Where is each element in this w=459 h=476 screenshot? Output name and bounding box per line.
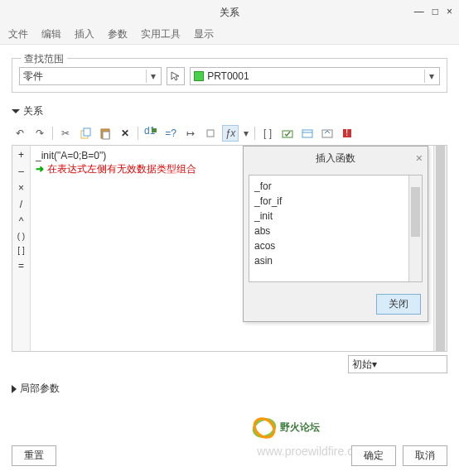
validate-icon[interactable] <box>279 125 296 142</box>
list-item[interactable]: asin <box>254 253 417 268</box>
svg-rect-8 <box>302 130 312 137</box>
scope-type-value: 零件 <box>23 70 43 84</box>
svg-text:!: ! <box>345 127 348 138</box>
popup-close-button[interactable]: 关闭 <box>376 294 421 315</box>
init-value: 初始 <box>352 358 372 372</box>
undo-icon[interactable]: ↶ <box>12 125 28 142</box>
op-div[interactable]: / <box>20 199 22 210</box>
reset-button[interactable]: 重置 <box>12 445 56 466</box>
svg-rect-5 <box>152 128 157 132</box>
footer: 重置 确定 取消 <box>12 445 447 466</box>
localparams-header[interactable]: 局部参数 <box>12 382 447 396</box>
relations-header[interactable]: 关系 <box>12 104 447 118</box>
fx-button[interactable]: ƒx <box>222 125 239 142</box>
op-mult[interactable]: × <box>18 182 24 194</box>
maximize-button[interactable]: □ <box>432 6 438 17</box>
editor-scrollbar[interactable] <box>433 146 447 351</box>
info-icon[interactable]: =? <box>162 125 179 142</box>
dims-icon[interactable]: d1 <box>143 125 159 142</box>
copy-icon[interactable] <box>77 125 94 142</box>
popup-title: 插入函数 <box>316 151 355 166</box>
operator-gutter: + – × / ^ ( ) [ ] = <box>12 146 31 351</box>
bracket-icon[interactable] <box>202 125 219 142</box>
svg-point-14 <box>251 415 278 441</box>
cut-icon[interactable]: ✂ <box>57 125 74 142</box>
cancel-button[interactable]: 取消 <box>403 445 447 466</box>
chevron-down-icon: ▾ <box>372 358 377 370</box>
svg-rect-1 <box>84 128 90 136</box>
svg-text:野火论坛: 野火论坛 <box>280 421 320 433</box>
ok-button[interactable]: 确定 <box>351 445 396 466</box>
menu-insert[interactable]: 插入 <box>75 27 94 41</box>
redo-icon[interactable]: ↷ <box>31 125 48 142</box>
editor: + – × / ^ ( ) [ ] = _init("A=0;B=0") ➜ 在… <box>12 145 447 352</box>
title-bar: 关系 — □ × <box>0 0 459 25</box>
list-item[interactable]: abs <box>254 224 417 238</box>
popup-close-icon[interactable]: × <box>416 151 423 165</box>
cursor-icon <box>171 71 181 81</box>
menu-edit[interactable]: 编辑 <box>41 27 61 41</box>
flag-icon[interactable]: ! <box>339 125 355 142</box>
toolbar: ↶ ↷ ✂ ✕ d1 =? ↦ ƒx ▾ [ ] ! <box>12 122 447 145</box>
list-scrollbar[interactable] <box>408 175 422 281</box>
part-dropdown[interactable]: PRT0001 ▾ <box>190 67 440 85</box>
goto-icon[interactable]: ↦ <box>182 125 199 142</box>
window-title: 关系 <box>220 6 239 20</box>
close-button[interactable]: × <box>447 6 452 17</box>
relations-label: 关系 <box>23 104 43 118</box>
delete-icon[interactable]: ✕ <box>117 125 133 142</box>
reorder-icon[interactable] <box>319 125 336 142</box>
insert-function-popup: 插入函数 × _for _for_if _init abs acos asin … <box>243 146 428 322</box>
code-line-1: _init("A=0;B=0") <box>36 150 106 161</box>
svg-rect-3 <box>103 132 109 139</box>
scope-legend: 查找范围 <box>21 52 67 66</box>
list-item[interactable]: _for_if <box>254 194 417 209</box>
chevron-down-icon: ▾ <box>424 70 437 83</box>
menu-display[interactable]: 显示 <box>194 27 214 41</box>
fx-dropdown-icon[interactable]: ▾ <box>242 125 250 142</box>
minimize-button[interactable]: — <box>414 6 424 17</box>
scope-type-dropdown[interactable]: 零件 ▾ <box>19 67 162 85</box>
op-minus[interactable]: – <box>18 166 24 177</box>
list-item[interactable]: _for <box>254 179 417 194</box>
op-plus[interactable]: + <box>18 149 24 161</box>
function-list: _for _for_if _init abs acos asin <box>249 175 423 282</box>
chevron-down-icon: ▾ <box>146 70 159 83</box>
part-value: PRT0001 <box>207 70 249 82</box>
op-eq[interactable]: = <box>18 260 24 272</box>
table-icon[interactable] <box>299 125 316 142</box>
collapse-icon <box>12 109 20 113</box>
list-item[interactable]: _init <box>254 209 417 224</box>
list-item[interactable]: acos <box>254 238 417 253</box>
wildfire-logo: 野火论坛 <box>252 416 351 443</box>
svg-point-13 <box>251 416 277 440</box>
window-controls: — □ × <box>414 6 452 17</box>
localparams-label: 局部参数 <box>20 382 60 396</box>
svg-rect-6 <box>207 130 214 137</box>
brackets-icon[interactable]: [ ] <box>259 125 276 142</box>
pick-button[interactable] <box>167 67 185 85</box>
part-icon <box>194 71 204 81</box>
error-icon: ➜ <box>36 163 44 175</box>
error-text: 在表达式左侧有无效数据类型组合 <box>47 162 196 176</box>
menu-bar: 文件 编辑 插入 参数 实用工具 显示 <box>0 25 459 45</box>
paste-icon[interactable] <box>97 125 114 142</box>
op-paren[interactable]: ( ) <box>17 232 25 241</box>
op-bracket[interactable]: [ ] <box>17 246 24 255</box>
op-pow[interactable]: ^ <box>19 215 24 227</box>
menu-params[interactable]: 参数 <box>108 27 128 41</box>
menu-file[interactable]: 文件 <box>8 27 28 41</box>
scope-group: 查找范围 零件 ▾ PRT0001 ▾ <box>12 58 447 93</box>
init-dropdown[interactable]: 初始 ▾ <box>348 355 447 373</box>
expand-icon <box>12 385 17 393</box>
popup-header: 插入函数 × <box>244 147 428 170</box>
menu-utils[interactable]: 实用工具 <box>141 27 181 41</box>
